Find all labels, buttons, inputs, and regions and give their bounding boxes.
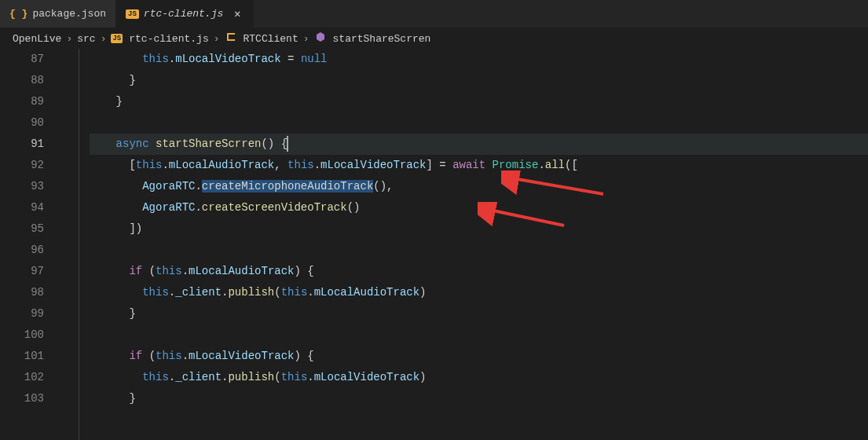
line-number[interactable]: 87 xyxy=(0,49,44,70)
breadcrumb-item[interactable]: rtc-client.js xyxy=(129,33,208,45)
line-number[interactable]: 97 xyxy=(0,261,44,282)
line-number[interactable]: 100 xyxy=(0,324,44,346)
code-line[interactable] xyxy=(90,324,868,346)
code-line[interactable]: AgoraRTC.createScreenVideoTrack() xyxy=(90,197,868,218)
chevron-icon: › xyxy=(303,33,309,45)
code-line[interactable]: this._client.publish(this.mLocalVideoTra… xyxy=(90,367,868,388)
code-line[interactable]: [this.mLocalAudioTrack, this.mLocalVideo… xyxy=(90,155,868,176)
line-number[interactable]: 103 xyxy=(0,388,44,409)
line-number[interactable]: 92 xyxy=(0,155,44,176)
selected-text: createMicrophoneAudioTrack xyxy=(202,180,373,192)
code-line[interactable]: } xyxy=(90,70,868,91)
cursor xyxy=(287,136,288,152)
breadcrumb-item[interactable]: OpenLive xyxy=(13,33,61,45)
code-line[interactable] xyxy=(90,112,868,134)
line-number[interactable]: 98 xyxy=(0,282,44,303)
code-line[interactable]: } xyxy=(90,388,868,409)
code-line[interactable]: if (this.mLocalVideoTrack) { xyxy=(90,346,868,367)
tab-label: package.json xyxy=(32,8,106,20)
js-icon: JS xyxy=(126,9,139,19)
tab-label: rtc-client.js xyxy=(144,8,223,20)
editor: 87 88 89 90 91 92 93 94 95 96 97 98 99 1… xyxy=(0,49,868,440)
line-number[interactable]: 89 xyxy=(0,91,44,112)
line-number[interactable]: 90 xyxy=(0,112,44,134)
code-line[interactable] xyxy=(90,240,868,261)
line-number[interactable]: 88 xyxy=(0,70,44,91)
line-number[interactable]: 102 xyxy=(0,367,44,388)
json-icon: { } xyxy=(9,8,27,20)
line-number[interactable]: 96 xyxy=(0,240,44,261)
tab-rtc-client[interactable]: JS rtc-client.js ✕ xyxy=(116,0,254,28)
close-icon[interactable]: ✕ xyxy=(231,8,244,20)
method-icon xyxy=(314,31,327,46)
code-line[interactable]: if (this.mLocalAudioTrack) { xyxy=(90,261,868,282)
code-line[interactable]: this.mLocalVideoTrack = null xyxy=(90,49,868,70)
line-number[interactable]: 91 xyxy=(0,134,44,155)
code-line[interactable]: async startShareScrren() { xyxy=(90,134,868,155)
js-icon: JS xyxy=(111,34,123,43)
code-line[interactable]: } xyxy=(90,91,868,112)
gutter: 87 88 89 90 91 92 93 94 95 96 97 98 99 1… xyxy=(0,49,61,440)
code-line[interactable]: ]) xyxy=(90,218,868,240)
code-line[interactable]: } xyxy=(90,303,868,324)
line-number[interactable]: 99 xyxy=(0,303,44,324)
chevron-icon: › xyxy=(66,33,72,45)
chevron-icon: › xyxy=(214,33,220,45)
breadcrumb-item[interactable]: startShareScrren xyxy=(333,33,431,45)
breadcrumb: OpenLive › src › JS rtc-client.js › RTCC… xyxy=(0,28,868,49)
line-number[interactable]: 93 xyxy=(0,176,44,197)
chevron-icon: › xyxy=(101,33,107,45)
tabs-bar: { } package.json JS rtc-client.js ✕ xyxy=(0,0,868,28)
breadcrumb-item[interactable]: src xyxy=(77,33,95,45)
code-line[interactable]: this._client.publish(this.mLocalAudioTra… xyxy=(90,282,868,303)
line-number[interactable]: 95 xyxy=(0,218,44,240)
tab-package-json[interactable]: { } package.json xyxy=(0,0,116,28)
code-area[interactable]: this.mLocalVideoTrack = null } } async s… xyxy=(61,49,868,440)
line-number[interactable]: 101 xyxy=(0,346,44,367)
class-icon xyxy=(225,31,237,46)
line-number[interactable]: 94 xyxy=(0,197,44,218)
breadcrumb-item[interactable]: RTCClient xyxy=(244,33,298,45)
code-line[interactable]: AgoraRTC.createMicrophoneAudioTrack(), xyxy=(90,176,868,197)
